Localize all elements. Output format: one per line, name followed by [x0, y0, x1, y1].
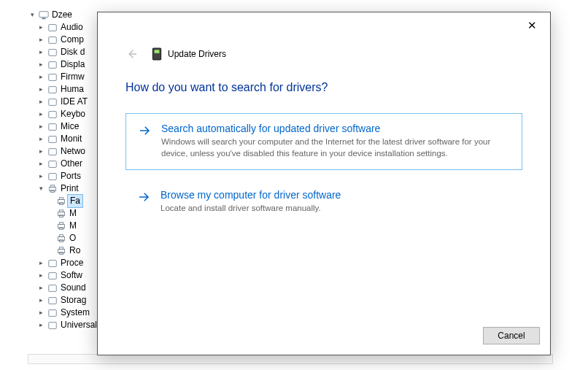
device-icon	[47, 121, 58, 133]
chevron-right-icon[interactable]	[36, 269, 45, 282]
device-icon	[47, 295, 58, 307]
tree-item-label: Huma	[61, 83, 84, 96]
svg-rect-4	[49, 49, 57, 55]
chevron-down-icon[interactable]	[28, 9, 36, 21]
svg-rect-33	[49, 260, 57, 266]
svg-rect-34	[49, 272, 57, 279]
arrow-left-icon	[125, 47, 139, 61]
device-icon	[47, 96, 58, 108]
close-button[interactable]: ✕	[518, 17, 546, 34]
dialog-body: How do you want to search for drivers? S…	[98, 63, 550, 320]
dialog-footer: Cancel	[98, 320, 550, 355]
chevron-right-icon[interactable]	[36, 133, 45, 145]
tree-item-label: Comp	[61, 34, 84, 46]
tree-item-label: Mice	[61, 120, 79, 133]
printer-icon	[55, 233, 67, 244]
device-icon	[47, 270, 58, 282]
svg-rect-19	[59, 197, 63, 199]
svg-rect-22	[59, 209, 63, 212]
dialog-header: Update Drivers	[98, 12, 550, 63]
chevron-right-icon[interactable]	[36, 58, 45, 71]
tree-item-label: Disk d	[61, 46, 85, 58]
svg-rect-13	[49, 161, 57, 167]
tree-item-label: Netwo	[61, 145, 85, 158]
svg-rect-7	[49, 86, 57, 93]
tree-item-label: Sound	[61, 282, 86, 294]
tree-item-label: M	[69, 207, 77, 220]
device-icon	[47, 146, 58, 158]
chevron-right-icon[interactable]	[36, 145, 45, 158]
svg-rect-9	[49, 111, 57, 117]
svg-rect-36	[49, 297, 57, 304]
option-title: Browse my computer for driver software	[160, 189, 511, 201]
option-description: Windows will search your computer and th…	[161, 136, 510, 159]
chevron-right-icon[interactable]	[36, 307, 45, 319]
device-icon	[47, 134, 58, 145]
tree-item-label: Monit	[61, 133, 82, 145]
chevron-right-icon[interactable]	[36, 46, 45, 58]
chevron-right-icon[interactable]	[36, 294, 45, 307]
chevron-down-icon[interactable]	[36, 182, 45, 195]
svg-rect-8	[49, 99, 57, 105]
device-icon	[47, 307, 58, 319]
dialog-heading: How do you want to search for drivers?	[125, 81, 522, 94]
chevron-right-icon[interactable]	[36, 120, 45, 133]
svg-rect-6	[49, 74, 57, 80]
back-button[interactable]	[123, 45, 142, 63]
svg-rect-11	[49, 136, 57, 142]
tree-item-label: Fa	[67, 194, 83, 208]
tree-item-label: System	[61, 307, 90, 319]
tree-item-label: O	[69, 232, 76, 244]
option-description: Locate and install driver software manua…	[160, 202, 511, 214]
device-icon	[47, 59, 58, 71]
svg-rect-28	[59, 234, 63, 236]
printer-icon	[55, 220, 67, 232]
chevron-right-icon[interactable]	[36, 257, 45, 269]
tree-item-label: Displa	[61, 58, 85, 71]
svg-rect-2	[49, 24, 57, 31]
update-drivers-dialog: ✕ Update Drivers How do you want to sear…	[97, 12, 551, 355]
tree-item-label: M	[69, 220, 77, 232]
device-icon	[47, 109, 58, 120]
device-icon	[47, 171, 58, 182]
svg-rect-10	[49, 123, 57, 130]
chevron-right-icon[interactable]	[36, 83, 45, 96]
tree-item-label: Storag	[61, 294, 86, 307]
chevron-right-icon[interactable]	[36, 319, 45, 331]
tree-item-label: Keybo	[61, 108, 85, 120]
cancel-button[interactable]: Cancel	[483, 327, 540, 344]
device-icon	[47, 84, 58, 96]
svg-rect-14	[49, 173, 57, 180]
chevron-right-icon[interactable]	[36, 21, 45, 34]
device-icon	[47, 34, 58, 46]
computer-icon	[38, 9, 50, 21]
chevron-right-icon[interactable]	[36, 158, 45, 170]
option-browse-computer[interactable]: Browse my computer for driver software L…	[125, 186, 522, 214]
tree-item-label: Softw	[61, 269, 82, 282]
arrow-right-icon	[138, 123, 151, 159]
dialog-title: Update Drivers	[168, 49, 226, 59]
tree-item-label: Audio	[61, 21, 83, 34]
svg-rect-25	[59, 222, 63, 224]
svg-rect-0	[39, 11, 48, 17]
svg-rect-38	[49, 322, 57, 328]
device-icon	[150, 47, 163, 61]
printer-icon	[55, 196, 67, 207]
arrow-right-icon	[137, 189, 150, 214]
chevron-right-icon[interactable]	[36, 71, 45, 83]
svg-rect-3	[49, 36, 57, 43]
tree-item-label: IDE AT	[61, 96, 88, 108]
chevron-right-icon[interactable]	[36, 108, 45, 120]
chevron-right-icon[interactable]	[36, 34, 45, 46]
chevron-right-icon[interactable]	[36, 282, 45, 294]
svg-rect-31	[59, 247, 63, 249]
option-search-automatically[interactable]: Search automatically for updated driver …	[125, 113, 522, 170]
device-icon	[47, 22, 58, 34]
close-icon: ✕	[527, 19, 537, 32]
chevron-right-icon[interactable]	[36, 170, 45, 182]
chevron-right-icon[interactable]	[36, 96, 45, 108]
tree-root-label: Dzee	[52, 9, 72, 21]
svg-rect-35	[49, 285, 57, 291]
tree-item-label: Proce	[61, 257, 83, 269]
svg-rect-12	[49, 148, 57, 155]
